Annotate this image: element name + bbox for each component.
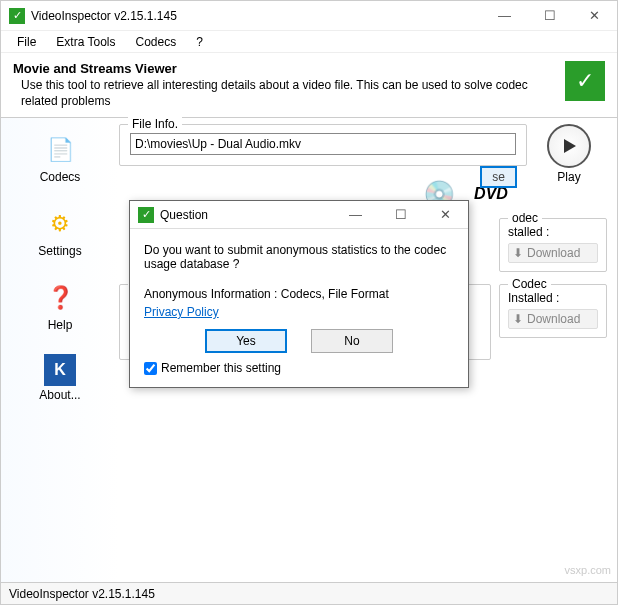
- play-label: Play: [539, 170, 599, 184]
- audio-codec-installed: Installed :: [508, 291, 598, 305]
- audio-codec-legend: Codec: [508, 277, 551, 291]
- audio-download-label: Download: [527, 312, 580, 326]
- question-dialog: ✓ Question — ☐ ✕ Do you want to submit a…: [129, 200, 469, 388]
- no-button[interactable]: No: [311, 329, 393, 353]
- statusbar: VideoInspector v2.15.1.145: [1, 582, 617, 604]
- remember-checkbox[interactable]: [144, 362, 157, 375]
- play-icon: [547, 124, 591, 168]
- yes-button[interactable]: Yes: [205, 329, 287, 353]
- remember-label: Remember this setting: [161, 361, 281, 375]
- download-icon: ⬇: [513, 312, 523, 326]
- dialog-minimize-button[interactable]: —: [333, 200, 378, 230]
- remember-setting[interactable]: Remember this setting: [144, 361, 454, 375]
- video-download-label: Download: [527, 246, 580, 260]
- file-path-input[interactable]: [130, 133, 516, 155]
- dialog-title: Question: [160, 208, 333, 222]
- sidebar-label-settings: Settings: [38, 244, 81, 258]
- video-codec-group: odec stalled : ⬇ Download: [499, 218, 607, 272]
- dialog-maximize-button[interactable]: ☐: [378, 200, 423, 230]
- dialog-close-button[interactable]: ✕: [423, 200, 468, 230]
- file-info-group: File Info.: [119, 124, 527, 166]
- status-text: VideoInspector v2.15.1.145: [9, 587, 155, 601]
- download-icon: ⬇: [513, 246, 523, 260]
- video-download-button[interactable]: ⬇ Download: [508, 243, 598, 263]
- minimize-button[interactable]: —: [482, 1, 527, 31]
- maximize-button[interactable]: ☐: [527, 1, 572, 31]
- sidebar-label-about: About...: [39, 388, 80, 402]
- app-window: ✓ VideoInspector v2.15.1.145 — ☐ ✕ File …: [0, 0, 618, 605]
- watermark: vsxp.com: [565, 564, 611, 576]
- menubar: File Extra Tools Codecs ?: [1, 31, 617, 53]
- help-icon: ❓: [42, 280, 78, 316]
- sidebar: 📄 Codecs ⚙ Settings ❓ Help K About...: [1, 118, 119, 587]
- codecs-icon: 📄: [42, 132, 78, 168]
- header-panel: Movie and Streams Viewer Use this tool t…: [1, 53, 617, 118]
- video-codec-installed: stalled :: [508, 225, 598, 239]
- dialog-message: Do you want to submit anonymous statisti…: [144, 243, 454, 271]
- close-button[interactable]: ✕: [572, 1, 617, 31]
- play-button[interactable]: Play: [539, 124, 599, 184]
- audio-codec-group: Codec Installed : ⬇ Download: [499, 284, 607, 338]
- menu-help[interactable]: ?: [188, 33, 211, 51]
- menu-file[interactable]: File: [9, 33, 44, 51]
- dialog-info: Anonymous Information : Codecs, File For…: [144, 287, 454, 301]
- dialog-body: Do you want to submit anonymous statisti…: [130, 229, 468, 387]
- sidebar-label-help: Help: [48, 318, 73, 332]
- sidebar-item-codecs[interactable]: 📄 Codecs: [25, 128, 95, 188]
- window-title: VideoInspector v2.15.1.145: [31, 9, 482, 23]
- sidebar-item-help[interactable]: ❓ Help: [25, 276, 95, 336]
- menu-extra-tools[interactable]: Extra Tools: [48, 33, 123, 51]
- privacy-policy-link[interactable]: Privacy Policy: [144, 305, 219, 319]
- gear-icon: ⚙: [42, 206, 78, 242]
- app-icon: ✓: [9, 8, 25, 24]
- header-icon: ✓: [565, 61, 605, 101]
- sidebar-label-codecs: Codecs: [40, 170, 81, 184]
- titlebar: ✓ VideoInspector v2.15.1.145 — ☐ ✕: [1, 1, 617, 31]
- svg-marker-0: [564, 139, 576, 153]
- page-description: Use this tool to retrieve all interestin…: [13, 78, 565, 109]
- about-icon: K: [44, 354, 76, 386]
- sidebar-item-about[interactable]: K About...: [25, 350, 95, 406]
- sidebar-item-settings[interactable]: ⚙ Settings: [25, 202, 95, 262]
- dialog-titlebar: ✓ Question — ☐ ✕: [130, 201, 468, 229]
- video-codec-legend: odec: [508, 211, 542, 225]
- file-info-legend: File Info.: [128, 117, 182, 131]
- page-title: Movie and Streams Viewer: [13, 61, 565, 76]
- dialog-icon: ✓: [138, 207, 154, 223]
- browse-button[interactable]: se: [480, 166, 517, 188]
- menu-codecs[interactable]: Codecs: [127, 33, 184, 51]
- audio-download-button[interactable]: ⬇ Download: [508, 309, 598, 329]
